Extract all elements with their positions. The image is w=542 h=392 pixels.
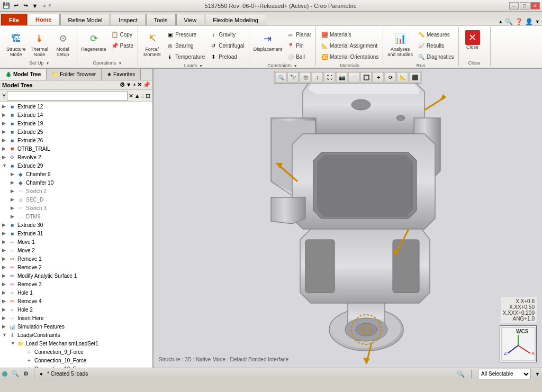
tree-item[interactable]: ▼ ⬇ Loads/Constraints	[0, 331, 152, 339]
tree-expander[interactable]: ▶	[2, 121, 8, 126]
maximize-button[interactable]: □	[520, 2, 529, 10]
tree-item[interactable]: ▶ ■ Extrude 25	[0, 127, 152, 136]
quick-access-small-2[interactable]: ⚙	[23, 370, 29, 377]
qa-redo[interactable]: ↪	[21, 2, 30, 10]
tree-filter-icon[interactable]: Y	[2, 93, 6, 99]
panel-tab-favorites[interactable]: ★ Favorites	[102, 69, 141, 80]
tree-search-clear[interactable]: ✕	[129, 93, 133, 99]
tree-item[interactable]: ▶ ↔ Move 2	[0, 246, 152, 254]
panel-tab-folder-browser[interactable]: 📁 Folder Browser	[47, 69, 102, 80]
tree-expander[interactable]: ▶	[2, 146, 8, 151]
planar-button[interactable]: ▱ Planar	[285, 29, 312, 40]
tree-expander[interactable]: ▼	[2, 163, 8, 168]
tree-expander[interactable]	[19, 349, 25, 354]
quick-access-small-1[interactable]: 🔍	[12, 370, 19, 377]
tree-item[interactable]: ▶ 📊 Simulation Features	[0, 322, 152, 331]
tree-item[interactable]: ▶ ◆ Chamfer 9	[0, 170, 152, 178]
qa-undo[interactable]: ↩	[12, 2, 20, 10]
vp-zoom-in[interactable]: 🔍	[275, 72, 287, 83]
qa-settings[interactable]: ▼	[31, 2, 39, 10]
tree-item[interactable]: + Connection_12_Force	[0, 364, 152, 368]
materials-button[interactable]: 🧱 Materials	[319, 29, 380, 40]
thermal-node-button[interactable]: 🌡 ThermalNode	[29, 29, 50, 59]
force-moment-button[interactable]: ⇱ Force/Moment	[141, 29, 162, 59]
tab-inspect[interactable]: Inspect	[111, 14, 145, 25]
preload-button[interactable]: ⬍ Preload	[208, 51, 245, 62]
tree-item[interactable]: ▶ ✂ Remove 2	[0, 263, 152, 271]
tree-item[interactable]: ▶ ▣ SEC_D	[0, 195, 152, 204]
window-controls[interactable]: ─ □ ✕	[509, 2, 540, 10]
tree-item[interactable]: ▶ ◆ Chamfer 10	[0, 178, 152, 187]
tree-item[interactable]: + Connection_9_Force	[0, 348, 152, 356]
tree-expander[interactable]	[19, 358, 25, 363]
vp-camera[interactable]: 📷	[336, 72, 348, 83]
paste-button[interactable]: 📌 Paste	[110, 40, 135, 51]
tree-item[interactable]: ▶ ✂ Remove 4	[0, 297, 152, 305]
tree-item[interactable]: ▶ ✏ Sketch 3	[0, 204, 152, 212]
tree-expander[interactable]: ▶	[11, 205, 17, 211]
tree-item[interactable]: ▼ ■ Extrude 29	[0, 161, 152, 170]
ball-button[interactable]: ⚪ Ball	[285, 51, 312, 62]
tree-expander[interactable]: ▶	[2, 231, 8, 236]
tree-item[interactable]: ▶ ■ Extrude 30	[0, 221, 152, 229]
tree-expander[interactable]: ▶	[2, 298, 8, 304]
help-icon[interactable]: ❓	[515, 18, 523, 25]
tree-item[interactable]: ▶ ■ Extrude 26	[0, 136, 152, 144]
structure-mode-button[interactable]: 🏗 StructureMode	[5, 29, 27, 59]
tab-tools[interactable]: Tools	[146, 14, 176, 25]
tab-refine-model[interactable]: Refine Model	[60, 14, 111, 25]
tree-item[interactable]: ▶ ⟳ Revolve 2	[0, 153, 152, 161]
tree-expander[interactable]: ▶	[11, 214, 17, 219]
status-arrow[interactable]: ▼	[535, 371, 540, 377]
diagnostics-button[interactable]: 🔍 Diagnostics	[416, 51, 455, 62]
displacement-button[interactable]: ⇥ Displacement	[252, 29, 284, 53]
tree-expander[interactable]: ▶	[11, 171, 17, 177]
tree-item[interactable]: + Connection_10_Force	[0, 356, 152, 364]
close-button[interactable]: ✕	[530, 2, 540, 10]
tree-expander[interactable]: ▶	[2, 307, 8, 312]
material-orientations-button[interactable]: 🔀 Material Orientations	[319, 51, 380, 62]
tree-expander[interactable]: ▶	[2, 129, 8, 134]
tree-expander[interactable]: ▶	[2, 324, 8, 329]
qa-save[interactable]: 💾	[2, 2, 11, 10]
tree-item[interactable]: ▶ ■ Extrude 31	[0, 229, 152, 238]
vp-measure[interactable]: 📐	[397, 72, 409, 83]
tree-item[interactable]: ▶ → Insert Here	[0, 314, 152, 322]
vp-frame[interactable]: ⛶	[324, 72, 336, 83]
ribbon-expand[interactable]: ▼	[48, 3, 52, 8]
analyses-studies-button[interactable]: 📊 Analysesand Studies	[386, 29, 414, 59]
material-assignment-button[interactable]: 📐 Material Assignment	[319, 40, 380, 51]
tree-expander[interactable]: ▶	[2, 281, 8, 287]
account-icon[interactable]: 👤	[525, 18, 533, 25]
tree-expander[interactable]: ▼	[2, 332, 8, 338]
tree-expander[interactable]: ▶	[2, 222, 8, 227]
tree-item[interactable]: ▶ ↔ Move 1	[0, 238, 152, 246]
tree-expander[interactable]: ▶	[2, 104, 8, 109]
tree-expander[interactable]: ▶	[2, 256, 8, 261]
vp-options[interactable]: ⬛	[409, 72, 421, 83]
copy-button[interactable]: 📋 Copy	[110, 29, 135, 40]
tree-nav-up[interactable]: ▲	[134, 93, 140, 99]
results-button[interactable]: 📈 Results	[416, 40, 455, 51]
operations-dropdown[interactable]: ▼	[118, 61, 122, 65]
tree-item[interactable]: ▶ ■ Extrude 19	[0, 119, 152, 127]
bearing-button[interactable]: ◎ Bearing	[165, 40, 206, 51]
tree-expand-all[interactable]: ≡	[141, 93, 144, 99]
tree-expander[interactable]: ▶	[2, 265, 8, 270]
pin-button[interactable]: 📍 Pin	[285, 40, 312, 51]
tree-expander[interactable]: ▶	[2, 248, 8, 253]
tree-search-input[interactable]	[7, 91, 127, 101]
tree-expander[interactable]: ▶	[11, 197, 17, 202]
tab-file[interactable]: File	[1, 14, 27, 25]
selectable-dropdown[interactable]: All Selectable Geometry Features	[478, 369, 531, 379]
quick-access-toolbar[interactable]: 💾 ↩ ↪ ▼ ▲ ▼	[2, 2, 52, 10]
centrifugal-button[interactable]: ↺ Centrifugal	[208, 40, 245, 51]
gravity-button[interactable]: ↓ Gravity	[208, 29, 245, 40]
options-arrow[interactable]: ▼	[535, 19, 540, 24]
tree-add-icon[interactable]: +	[133, 81, 136, 88]
tree-expander[interactable]: ▶	[2, 138, 8, 143]
viewport[interactable]: 🔍 🔭 ⊡ ↕ ⛶ 📷 ⬜ 🔲 ✦ ⟳ 📐 ⬛	[153, 69, 542, 368]
tree-expand-icon[interactable]: ▼	[126, 81, 132, 88]
close-ribbon-button[interactable]: ✕ Close	[462, 29, 483, 51]
vp-reset[interactable]: ⟳	[385, 72, 396, 83]
